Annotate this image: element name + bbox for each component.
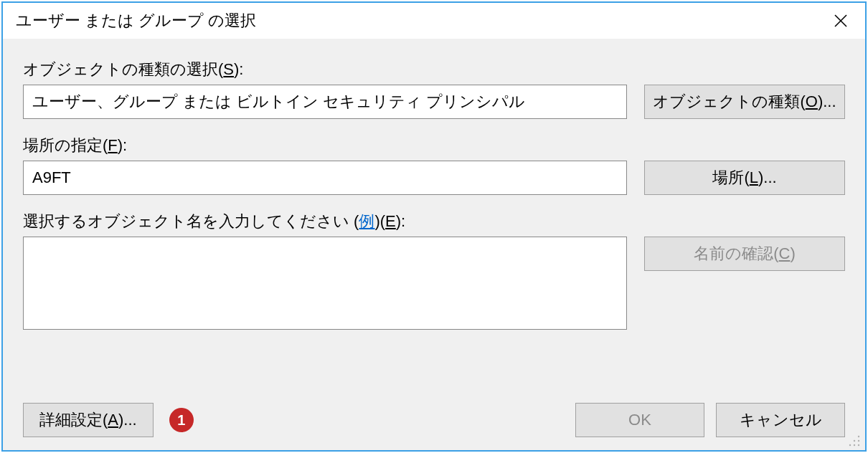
location-field: A9FT [23,161,627,195]
locations-button[interactable]: 場所(L)... [644,161,845,195]
object-type-label: オブジェクトの種類の選択(S): [23,59,845,80]
object-names-row: 名前の確認(C) [23,237,845,330]
svg-point-5 [858,444,859,446]
cancel-button[interactable]: キャンセル [716,403,845,437]
dialog-window: ユーザー または グループ の選択 オブジェクトの種類の選択(S): ユーザー、… [1,1,867,452]
dialog-title: ユーザー または グループ の選択 [16,10,826,32]
dialog-button-bar: 詳細設定(A)... 1 OK キャンセル [3,403,865,450]
object-names-input[interactable] [23,237,627,330]
annotation-marker-1: 1 [169,408,194,432]
object-type-row: ユーザー、グループ または ビルトイン セキュリティ プリンシパル オブジェクト… [23,85,845,119]
check-names-button[interactable]: 名前の確認(C) [644,237,845,271]
svg-point-2 [858,436,859,437]
object-type-field: ユーザー、グループ または ビルトイン セキュリティ プリンシパル [23,85,627,119]
location-row: A9FT 場所(L)... [23,161,845,195]
object-names-label: 選択するオブジェクト名を入力してください (例)(E): [23,211,845,232]
close-button[interactable] [826,6,855,35]
svg-point-6 [854,444,855,446]
location-label: 場所の指定(F): [23,135,845,156]
svg-point-7 [849,444,851,446]
ok-button[interactable]: OK [575,403,704,437]
object-names-side: 名前の確認(C) [644,237,845,271]
dialog-content: オブジェクトの種類の選択(S): ユーザー、グループ または ビルトイン セキュ… [3,39,865,403]
advanced-button[interactable]: 詳細設定(A)... [23,403,154,437]
examples-link[interactable]: 例 [359,212,374,230]
svg-point-3 [858,440,859,442]
close-icon [834,14,848,28]
svg-point-4 [854,440,855,442]
resize-grip-icon[interactable] [848,434,861,447]
titlebar: ユーザー または グループ の選択 [3,3,865,39]
object-types-button[interactable]: オブジェクトの種類(O)... [644,85,845,119]
